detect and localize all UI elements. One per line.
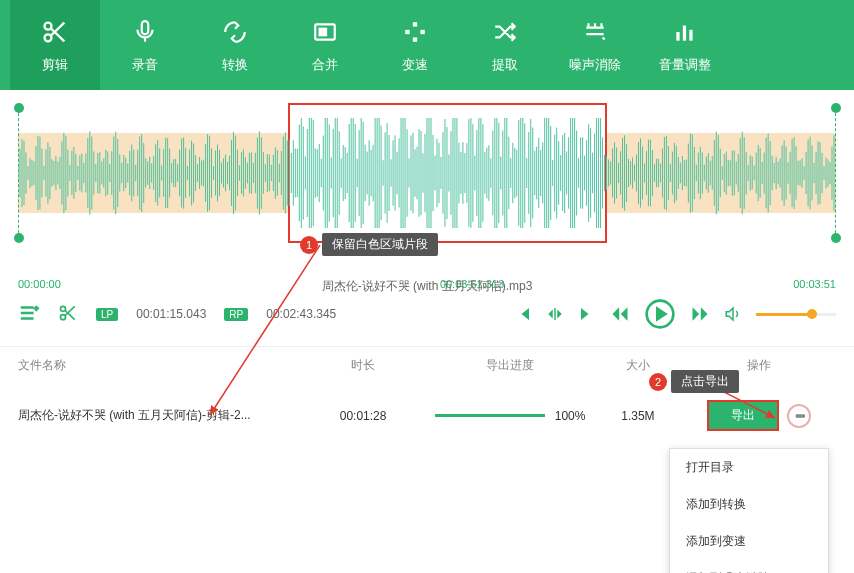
svg-point-1 xyxy=(45,34,52,41)
tab-denoise[interactable]: 噪声消除 xyxy=(550,0,640,90)
svg-rect-9 xyxy=(676,32,679,41)
svg-rect-5 xyxy=(413,22,417,26)
menu-add-denoise[interactable]: 添加到噪声消除 xyxy=(670,560,828,573)
convert-icon xyxy=(222,16,248,48)
col-name: 文件名称 xyxy=(18,357,299,374)
tab-label: 提取 xyxy=(492,56,518,74)
rewind-icon[interactable] xyxy=(610,304,630,324)
lp-badge[interactable]: LP xyxy=(96,308,118,321)
tab-label: 变速 xyxy=(402,56,428,74)
tab-convert[interactable]: 转换 xyxy=(190,0,280,90)
trim-in-icon[interactable] xyxy=(546,305,564,323)
skip-end-icon[interactable] xyxy=(578,305,596,323)
svg-rect-6 xyxy=(405,30,409,34)
annotation-step1: 1 保留白色区域片段 xyxy=(300,233,438,256)
menu-add-speed[interactable]: 添加到变速 xyxy=(670,523,828,560)
add-track-icon[interactable] xyxy=(18,302,40,327)
svg-rect-8 xyxy=(413,37,417,41)
tab-label: 录音 xyxy=(132,56,158,74)
more-button[interactable]: ••• xyxy=(787,404,811,428)
annotation-badge: 1 xyxy=(300,236,318,254)
forward-icon[interactable] xyxy=(690,304,710,324)
tab-record[interactable]: 录音 xyxy=(100,0,190,90)
skip-start-icon[interactable] xyxy=(514,305,532,323)
annotation-badge: 2 xyxy=(649,373,667,391)
cell-name: 周杰伦-说好不哭 (with 五月天阿信)-剪辑-2... xyxy=(18,407,299,424)
cell-progress: 100% xyxy=(427,409,593,423)
tab-extract[interactable]: 提取 xyxy=(460,0,550,90)
time-end: 00:03:51 xyxy=(793,278,836,290)
speed-icon xyxy=(402,16,428,48)
waveform-area: _ 1 保留白色区域片段 xyxy=(0,90,854,270)
lp-time: 00:01:15.043 xyxy=(136,307,206,321)
mic-icon xyxy=(132,16,158,48)
menu-open-dir[interactable]: 打开目录 xyxy=(670,449,828,486)
table-row[interactable]: 周杰伦-说好不哭 (with 五月天阿信)-剪辑-2... 00:01:28 1… xyxy=(0,384,854,447)
tab-speed[interactable]: 变速 xyxy=(370,0,460,90)
annotation-step2: 2 点击导出 xyxy=(649,370,739,393)
play-icon[interactable] xyxy=(644,298,676,330)
volume-slider[interactable] xyxy=(756,313,836,316)
export-button[interactable]: 导出 xyxy=(707,400,779,431)
svg-point-422 xyxy=(61,306,66,311)
volume-icon[interactable] xyxy=(724,305,742,323)
rp-badge[interactable]: RP xyxy=(224,308,248,321)
rp-time: 00:02:43.345 xyxy=(266,307,336,321)
annotation-text: 点击导出 xyxy=(671,370,739,393)
col-progress: 导出进度 xyxy=(427,357,593,374)
svg-point-423 xyxy=(61,314,66,319)
tab-cut[interactable]: 剪辑 xyxy=(10,0,100,90)
tab-label: 剪辑 xyxy=(42,56,68,74)
svg-rect-10 xyxy=(683,26,686,41)
scissors-icon xyxy=(41,16,69,48)
tab-label: 音量调整 xyxy=(659,56,711,74)
tab-merge[interactable]: 合并 xyxy=(280,0,370,90)
svg-rect-7 xyxy=(420,30,424,34)
control-bar: 周杰伦-说好不哭 (with 五月天阿信).mp3 LP 00:01:15.04… xyxy=(0,290,854,338)
svg-rect-11 xyxy=(689,30,692,41)
progress-pct: 100% xyxy=(555,409,586,423)
equalizer-icon xyxy=(672,16,698,48)
shuffle-icon xyxy=(492,16,518,48)
denoise-icon xyxy=(582,16,608,48)
col-duration: 时长 xyxy=(299,357,427,374)
menu-add-convert[interactable]: 添加到转换 xyxy=(670,486,828,523)
progress-bar xyxy=(435,414,545,417)
context-menu: 打开目录 添加到转换 添加到变速 添加到噪声消除 xyxy=(669,448,829,573)
waveform-graphic: _ xyxy=(18,118,836,228)
cut-icon[interactable] xyxy=(58,303,78,326)
cell-size: 1.35M xyxy=(593,409,682,423)
time-start: 00:00:00 xyxy=(18,278,61,290)
tab-label: 转换 xyxy=(222,56,248,74)
annotation-text: 保留白色区域片段 xyxy=(322,233,438,256)
svg-rect-4 xyxy=(320,29,327,36)
svg-rect-2 xyxy=(142,21,149,34)
svg-point-0 xyxy=(45,23,52,30)
tab-volume[interactable]: 音量调整 xyxy=(640,0,730,90)
waveform-container[interactable]: _ xyxy=(18,108,836,238)
tab-label: 噪声消除 xyxy=(569,56,621,74)
cell-duration: 00:01:28 xyxy=(299,409,427,423)
tab-label: 合并 xyxy=(312,56,338,74)
top-toolbar: 剪辑 录音 转换 合并 变速 提取 噪声消除 音量调整 xyxy=(0,0,854,90)
merge-icon xyxy=(312,16,338,48)
current-file-name: 周杰伦-说好不哭 (with 五月天阿信).mp3 xyxy=(322,278,533,295)
